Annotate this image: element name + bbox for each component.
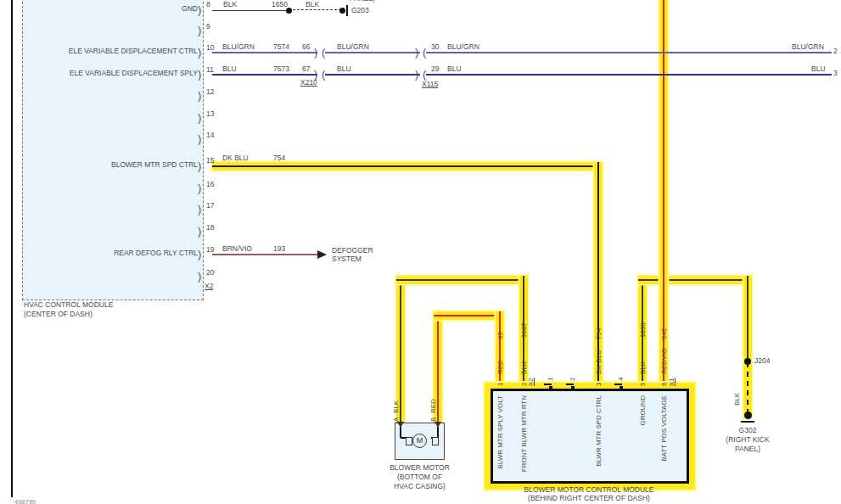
wire-color-blk: BLK [223,1,237,9]
blower-motor-location-line2: HVAC CASING) [371,483,468,491]
wire-color-blu-edge: BLU [811,65,826,74]
wire-circuit-542: 542 [660,328,668,339]
hvac-pin-8: 8 [206,1,210,9]
wire-color-blugrn-mid: BLU/GRN [337,43,369,52]
hvac-label-spd: BLOWER MTR SPD CTRL [111,161,198,170]
g302-ground-bar [741,421,754,423]
hvac-pin-16: 16 [206,181,214,189]
wire-circuit-1850: 1850 [639,322,647,338]
motor-brush-tab [432,437,439,445]
wire-blk-to-j204-vertical [743,276,752,362]
j204-splice-dot [744,358,751,365]
wire-color-blugrn: BLU/GRN [222,43,255,52]
hvac-pin-18: 18 [206,224,214,232]
hvac-label-gnd: GND [182,5,198,14]
wire-blugrn-seg3 [426,52,832,53]
hvac-pin-9: 9 [206,23,210,31]
blower-pin-a-color: BLK [392,400,400,413]
hvac-pin-17: 17 [206,202,214,210]
splice-dot [286,8,292,14]
wire-blk-1850-horizontal [638,276,752,284]
wire-circuit-754: 754 [273,154,285,163]
g302-location-line2: PANEL) [714,445,782,454]
hvac-pin-15: 15 [206,157,214,165]
pin-bracket: ) [198,160,201,172]
hvac-label-ctrl: ELE VARIABLE DISPLACEMENT CTRL [69,48,198,56]
wire-color-brnvio: BRN/VIO [222,245,252,254]
wire-color-blk-gnd-vertical: BLK [639,361,647,374]
wire-color-redvio-vertical: REDVIO [660,348,668,374]
bmcm-pin-1-x2: 1 [496,383,504,386]
wire-color-blugrn-right: BLU/GRN [447,43,479,52]
hvac-label-defog: REAR DEFOG RLY CTRL [114,249,198,258]
wire-blu-seg2 [325,74,420,76]
wire-blu-7573-seg1 [212,74,317,76]
hvac-label-sply: ELE VARIABLE DISPLACEMENT SPLY [70,70,198,78]
wire-color-blu-mid: BLU [337,65,351,74]
connector-x210-label: X210 [300,79,317,87]
wire-circuit-193: 193 [273,245,285,254]
stub-pin-mark [614,384,622,385]
x210-bracket: ) [314,46,317,59]
j204-label: J204 [754,357,770,366]
bmcm-pin-name-ground: GROUND [639,395,647,426]
wiring-diagram-canvas: 498799 HVAC CONTROL MODULE (CENTER OF DA… [0,0,841,504]
wire-blk-1650 [212,10,289,12]
wire-blugrn-seg2 [325,52,420,53]
pin-bracket: ) [198,46,201,59]
footer-reference: 498799 [14,499,36,504]
wire-circuit-7573: 7573 [273,65,289,74]
wire-circuit-7574: 7574 [273,43,289,52]
pin-bracket: ) [198,132,201,145]
wire-color-blk-vertical: BLK [520,361,528,374]
hvac-pin-12: 12 [206,88,214,97]
g302-label: G302 [714,427,782,435]
wire-blk-j204-to-g302-dashed [743,362,752,417]
wire-color-blk-2: BLK [306,1,319,9]
stub-pin-mark [620,386,623,389]
connector-x115-label: X115 [422,81,438,89]
defogger-system-line2: SYSTEM [332,255,362,264]
wire-color-dkblu-vertical: DK BLU [595,350,603,374]
x210-bracket: ( [322,46,325,59]
bmcm-location: (BEHIND RIGHT CENTER OF DASH) [484,495,694,503]
x115-pin-30: 30 [431,43,439,52]
wire-blugrn-7574-seg1 [212,52,317,53]
blower-motor-location-line1: (BOTTOM OF [371,473,468,482]
wire-blk-5987-horizontal [396,276,528,284]
wire-circuit-754-vertical: 754 [595,328,603,339]
wire-blu-seg3 [426,74,832,76]
motor-symbol: M [412,434,427,448]
g203-connector-bar [346,5,348,16]
bmcm-pin-2-x1: 2 [569,378,576,381]
edge-ref-2: 2 [833,48,838,56]
wire-circuit-65: 65 [496,332,504,339]
bmcm-pin-5-x1: 5 [639,383,647,386]
pin-bracket: ) [198,225,201,238]
x210-pin-67: 67 [302,65,310,74]
page-frame-line [11,0,13,497]
bmcm-pin-name-sply-volt: BLWR MTR SPLY VOLT [496,395,504,469]
g203-connector-dot [339,8,345,14]
defogger-arrow-icon [317,250,327,259]
pin-bracket: ) [198,182,201,194]
wire-circuit-5987: 5987 [520,322,528,338]
wire-dkblu-754-horizontal [212,162,603,171]
ground-g203-label: G203 [351,7,369,15]
bmcm-pin-name-batt-pos: BATT POS VOLTAGE [660,395,668,462]
bmcm-connector-x1: X1 [668,378,676,386]
pin-bracket: ) [198,248,201,260]
wire-color-blu-right: BLU [447,65,462,74]
wire-circuit-1650: 1650 [272,1,288,9]
g302-location-line1: (RIGHT KICK [714,436,782,445]
wire-color-red-vertical: RED [496,360,504,374]
pin-bracket: ) [198,89,201,102]
stub-pin-mark [571,386,575,389]
x210-pin-66: 66 [302,43,310,52]
x115-bracket: ) [415,46,418,59]
g302-ground-dot [744,412,752,419]
wire-red-65-vertical [496,311,504,389]
bmcm-pin-1-x1: 1 [547,378,554,381]
blower-pin-a: A [392,417,400,422]
hvac-pin-13: 13 [206,110,214,119]
